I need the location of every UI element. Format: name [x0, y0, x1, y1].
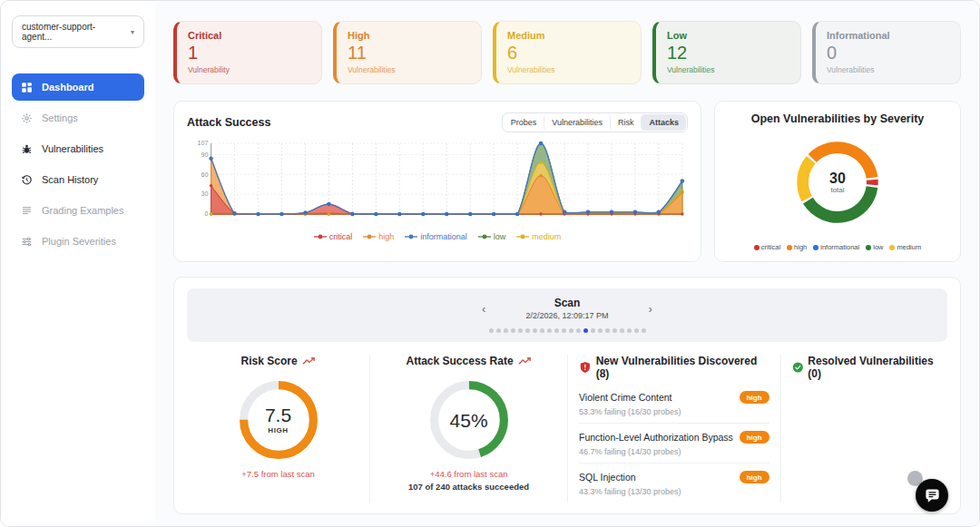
severity-card-critical[interactable]: Critical1Vulnerability: [173, 21, 322, 84]
scan-metrics-columns: Risk Score 7.5 HIGH +7.5 from last scan: [187, 355, 947, 503]
severity-card-title: Informational: [827, 30, 949, 41]
sidebar-item-scan-history[interactable]: Scan History: [12, 166, 144, 193]
tab-probes[interactable]: Probes: [504, 114, 544, 131]
scan-dot-19[interactable]: [627, 328, 632, 333]
legend-dot-icon: [813, 245, 818, 250]
scan-dot-4[interactable]: [518, 328, 523, 333]
legend-marker-icon: [363, 233, 376, 240]
next-scan-button[interactable]: ›: [643, 301, 658, 317]
severity-donut-legend: criticalhighinformationallowmedium: [724, 243, 951, 251]
scan-dot-0[interactable]: [489, 328, 494, 333]
sidebar-item-plugin-severities[interactable]: Plugin Severities: [12, 228, 144, 255]
prev-scan-button[interactable]: ‹: [476, 301, 491, 317]
donut-total: 30: [829, 171, 846, 186]
severity-card-title: Critical: [188, 30, 310, 41]
scan-dot-7[interactable]: [540, 328, 544, 333]
vulnerability-row-top: Violent Crime Contenthigh: [579, 391, 769, 404]
scan-dot-17[interactable]: [612, 328, 617, 333]
donut-legend-item-critical[interactable]: critical: [754, 243, 780, 251]
legend-item-critical[interactable]: critical: [314, 232, 353, 241]
caret-down-icon: ▾: [131, 28, 134, 36]
tab-attacks[interactable]: Attacks: [641, 114, 686, 131]
legend-dot-icon: [866, 245, 871, 250]
scan-dot-18[interactable]: [620, 328, 624, 333]
tab-risk[interactable]: Risk: [610, 114, 642, 131]
attack-panel-title: Attack Success: [187, 116, 270, 129]
vulnerability-row-sql-injection[interactable]: SQL Injectionhigh43.3% failing (13/30 pr…: [579, 464, 769, 503]
chat-bubble-icon: [924, 487, 941, 504]
severity-card-high[interactable]: High11Vulnerabilities: [333, 21, 482, 84]
scan-dot-11[interactable]: [569, 328, 573, 333]
scan-dot-6[interactable]: [533, 328, 537, 333]
risk-score-gauge: 7.5 HIGH: [235, 376, 322, 464]
risk-score-title: Risk Score: [241, 355, 298, 367]
sidebar-item-dashboard[interactable]: Dashboard: [12, 73, 144, 101]
risk-score-delta: +7.5 from last scan: [198, 469, 358, 479]
vulnerability-row-function-level-authorization-bypass[interactable]: Function-Level Authorization Bypasshigh4…: [579, 424, 769, 464]
scan-dot-10[interactable]: [562, 328, 566, 333]
scan-carousel: ‹ Scan 2/2/2026, 12:09:17 PM ›: [187, 288, 947, 342]
scan-dot-9[interactable]: [554, 328, 559, 333]
scan-dot-14[interactable]: [591, 328, 595, 333]
svg-text:0: 0: [205, 210, 209, 217]
scan-label: Scan: [525, 297, 608, 309]
severity-card-medium[interactable]: Medium6Vulnerabilities: [493, 21, 642, 84]
severity-card-count: 11: [348, 44, 470, 62]
severity-card-label: Vulnerabilities: [348, 65, 470, 74]
tab-vulnerabilities[interactable]: Vulnerabilities: [544, 114, 610, 131]
vulnerability-row-top: SQL Injectionhigh: [579, 471, 769, 483]
scan-dot-12[interactable]: [576, 328, 581, 333]
resolved-vulnerabilities-header: Resolved Vulnerabilities (0): [792, 355, 936, 380]
sidebar-item-grading-examples[interactable]: Grading Examples: [12, 197, 144, 224]
attack-rate-note: 107 of 240 attacks succeeded: [381, 482, 556, 492]
sidebar-item-settings[interactable]: Settings: [12, 104, 144, 132]
scan-dot-16[interactable]: [605, 328, 610, 333]
vulnerability-name: SQL Injection: [579, 472, 636, 483]
scan-dot-5[interactable]: [525, 328, 530, 333]
legend-item-informational[interactable]: informational: [405, 232, 467, 241]
scan-dot-2[interactable]: [504, 328, 508, 333]
attack-rate-gauge: 45%: [426, 376, 513, 464]
dashboard-grid-icon: [21, 82, 33, 93]
scan-timestamp: 2/2/2026, 12:09:17 PM: [525, 311, 608, 320]
severity-card-informational[interactable]: Informational0Vulnerabilities: [812, 21, 961, 84]
donut-legend-item-high[interactable]: high: [787, 243, 807, 251]
severity-card-title: High: [348, 30, 470, 41]
legend-item-low[interactable]: low: [478, 232, 506, 241]
legend-label: high: [378, 232, 394, 241]
legend-marker-icon: [314, 233, 327, 240]
legend-label: low: [873, 243, 883, 251]
scan-dot-21[interactable]: [642, 328, 646, 333]
severity-card-title: Medium: [507, 30, 630, 41]
main-content: Critical1VulnerabilityHigh11Vulnerabilit…: [155, 1, 979, 526]
panels-row: Attack Success ProbesVulnerabilitiesRisk…: [173, 101, 961, 262]
sidebar-item-label: Scan History: [42, 174, 98, 185]
scan-dot-13[interactable]: [583, 328, 588, 333]
severity-card-label: Vulnerability: [188, 65, 310, 74]
sidebar: customer-support-agent... ▾ DashboardSet…: [1, 1, 155, 526]
legend-item-high[interactable]: high: [363, 232, 394, 241]
legend-marker-icon: [478, 233, 491, 240]
donut-legend-item-informational[interactable]: informational: [813, 243, 859, 251]
risk-score-value: 7.5: [265, 405, 291, 425]
donut-legend-item-medium[interactable]: medium: [889, 243, 921, 251]
severity-badge: high: [740, 391, 769, 404]
vulnerability-row-violent-crime-content[interactable]: Violent Crime Contenthigh53.3% failing (…: [579, 384, 769, 424]
scan-dot-15[interactable]: [598, 328, 603, 333]
donut-legend-item-low[interactable]: low: [866, 243, 883, 251]
legend-label: informational: [420, 232, 467, 241]
attack-rate-title: Attack Success Rate: [407, 355, 514, 367]
scan-dot-1[interactable]: [496, 328, 501, 333]
chat-button[interactable]: [916, 479, 948, 512]
scan-dot-3[interactable]: [511, 328, 515, 333]
vulnerability-detail: 53.3% failing (16/30 probes): [579, 407, 769, 416]
severity-card-low[interactable]: Low12Vulnerabilities: [652, 21, 801, 84]
scan-dot-8[interactable]: [547, 328, 552, 333]
sidebar-item-vulnerabilities[interactable]: Vulnerabilities: [12, 135, 144, 162]
attack-rate-header: Attack Success Rate: [381, 355, 556, 367]
shield-check-icon: [792, 361, 804, 374]
legend-item-medium[interactable]: medium: [516, 232, 561, 241]
severity-badge: high: [740, 431, 769, 444]
agent-selector[interactable]: customer-support-agent... ▾: [12, 15, 144, 48]
scan-dot-20[interactable]: [634, 328, 639, 333]
